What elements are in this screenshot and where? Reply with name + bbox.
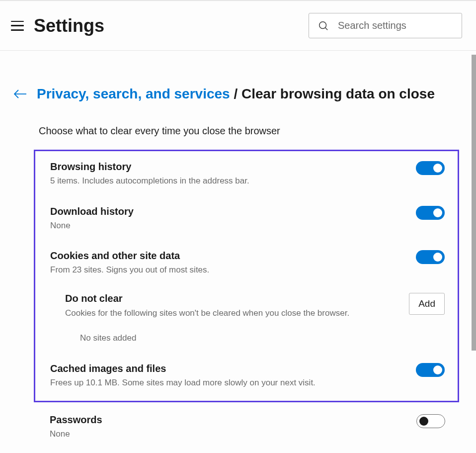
back-button[interactable] xyxy=(14,89,27,99)
highlighted-settings: Browsing history 5 items. Includes autoc… xyxy=(34,150,459,403)
search-icon xyxy=(318,20,329,31)
do-not-clear-empty: No sites added xyxy=(80,333,445,343)
setting-desc: None xyxy=(50,220,406,232)
toggle-cached[interactable] xyxy=(416,363,445,377)
breadcrumb-parent-link[interactable]: Privacy, search, and services xyxy=(37,86,230,101)
setting-text: Cookies and other site data From 23 site… xyxy=(50,250,406,276)
search-wrap xyxy=(309,13,462,38)
do-not-clear-title: Do not clear xyxy=(65,293,349,304)
setting-text: Download history None xyxy=(50,206,406,232)
setting-cookies: Cookies and other site data From 23 site… xyxy=(50,250,445,276)
setting-passwords: Passwords None xyxy=(50,414,445,440)
svg-line-1 xyxy=(325,27,328,30)
breadcrumb-current: Clear browsing data on close xyxy=(241,86,435,101)
breadcrumb: Privacy, search, and services / Clear br… xyxy=(14,86,462,102)
setting-text: Passwords None xyxy=(50,414,406,440)
setting-cached: Cached images and files Frees up 10.1 MB… xyxy=(50,363,445,389)
do-not-clear-text: Do not clear Cookies for the following s… xyxy=(65,293,349,318)
scrollbar[interactable] xyxy=(472,55,476,351)
menu-icon[interactable] xyxy=(11,21,24,31)
setting-text: Cached images and files Frees up 10.1 MB… xyxy=(50,363,406,389)
setting-desc: From 23 sites. Signs you out of most sit… xyxy=(50,265,406,276)
arrow-left-icon xyxy=(14,89,27,99)
search-input[interactable] xyxy=(309,13,462,38)
setting-title: Cookies and other site data xyxy=(50,250,406,262)
settings-header: Settings xyxy=(0,0,476,51)
setting-desc: None xyxy=(50,429,406,440)
toggle-browsing-history[interactable] xyxy=(416,161,445,175)
setting-browsing-history: Browsing history 5 items. Includes autoc… xyxy=(50,161,445,187)
add-button[interactable]: Add xyxy=(409,293,445,315)
toggle-passwords[interactable] xyxy=(416,414,445,428)
svg-point-0 xyxy=(319,21,326,28)
toggle-download-history[interactable] xyxy=(416,206,445,220)
breadcrumb-separator: / xyxy=(234,86,241,101)
setting-title: Download history xyxy=(50,206,406,217)
do-not-clear-desc: Cookies for the following sites won't be… xyxy=(65,308,349,318)
header-left: Settings xyxy=(11,15,104,36)
setting-download-history: Download history None xyxy=(50,206,445,232)
do-not-clear-block: Do not clear Cookies for the following s… xyxy=(65,293,445,318)
toggle-cookies[interactable] xyxy=(416,250,445,264)
content: Privacy, search, and services / Clear br… xyxy=(0,51,476,440)
setting-title: Passwords xyxy=(50,414,406,426)
setting-text: Browsing history 5 items. Includes autoc… xyxy=(50,161,406,187)
setting-title: Browsing history xyxy=(50,161,406,173)
intro-text: Choose what to clear every time you clos… xyxy=(39,125,462,137)
setting-desc: 5 items. Includes autocompletions in the… xyxy=(50,176,406,187)
page-title: Settings xyxy=(34,15,104,36)
breadcrumb-text: Privacy, search, and services / Clear br… xyxy=(37,86,435,102)
setting-desc: Frees up 10.1 MB. Some sites may load mo… xyxy=(50,377,406,389)
setting-title: Cached images and files xyxy=(50,363,406,374)
